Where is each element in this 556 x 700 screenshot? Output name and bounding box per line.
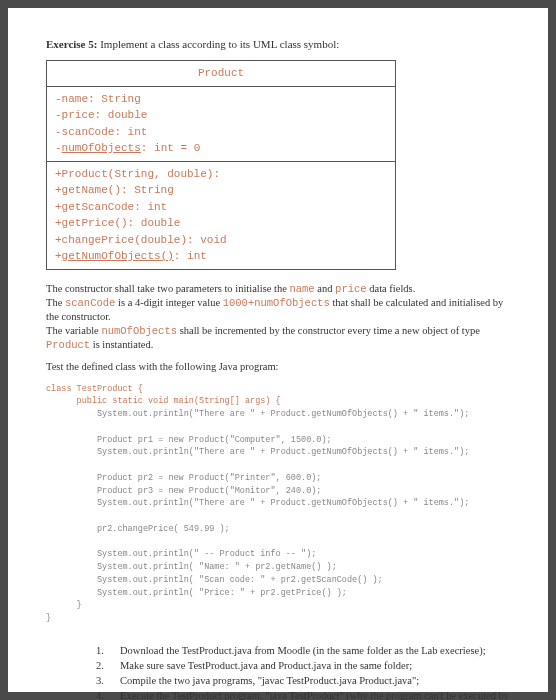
document-page: Exercise 5: Implement a class according … [8, 8, 548, 692]
uml-table: Product -name: String-price: double-scan… [46, 60, 396, 270]
exercise-label: Exercise 5: [46, 38, 97, 50]
instructions-list: 1.Download the TestProduct.java from Moo… [96, 643, 510, 700]
code-block: class TestProduct { public static void m… [46, 383, 510, 625]
list-item: 3.Compile the two java programs, "javac … [96, 673, 510, 688]
paragraph-constructor: The constructor shall take two parameter… [46, 282, 510, 353]
list-item: 4.Execute the TestProduct program, "java… [96, 688, 510, 700]
uml-title: Product [47, 61, 396, 87]
uml-attributes: -name: String-price: double-scanCode: in… [47, 86, 396, 161]
uml-methods: +Product(String, double):+getName(): Str… [47, 161, 396, 269]
list-item: 2.Make sure save TestProduct.java and Pr… [96, 658, 510, 673]
exercise-intro: Implement a class according to its UML c… [97, 38, 339, 50]
list-item: 1.Download the TestProduct.java from Moo… [96, 643, 510, 658]
exercise-heading: Exercise 5: Implement a class according … [46, 38, 510, 50]
test-intro: Test the defined class with the followin… [46, 360, 510, 374]
